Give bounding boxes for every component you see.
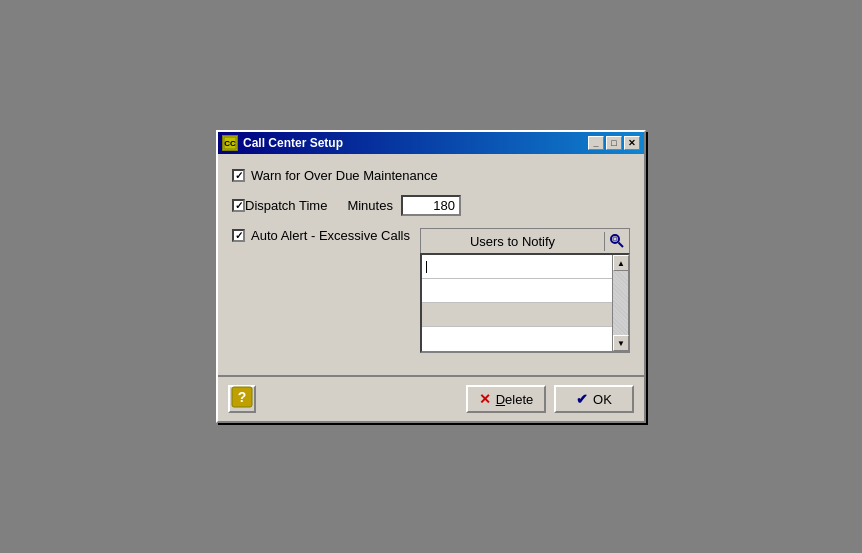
delete-x-icon: ✕ [479,391,491,407]
delete-label: Delete [496,392,534,407]
text-cursor [426,261,427,273]
checkbox-warn[interactable] [232,169,245,182]
user-row-3[interactable] [422,303,612,327]
minimize-button[interactable]: _ [588,136,604,150]
alert-left: Auto Alert - Excessive Calls [232,228,410,243]
checkbox-dispatch[interactable] [232,199,245,212]
checkbox-area-dispatch: Dispatch Time Minutes [232,195,461,216]
user-row-2[interactable] [422,279,612,303]
row-alert: Auto Alert - Excessive Calls Users to No… [232,228,630,353]
dispatch-time-input[interactable] [401,195,461,216]
users-table-area: Users to Notify [420,228,630,353]
content-area: Warn for Over Due Maintenance Dispatch T… [218,154,644,375]
user-row-4[interactable] [422,327,612,351]
svg-text:?: ? [238,389,247,405]
row-dispatch: Dispatch Time Minutes [232,195,630,216]
label-dispatch: Dispatch Time [245,198,327,213]
scroll-up-button[interactable]: ▲ [613,255,629,271]
svg-point-4 [613,237,617,241]
users-header-label: Users to Notify [421,232,605,251]
scrollbar: ▲ ▼ [612,255,628,351]
checkbox-area-warn: Warn for Over Due Maintenance [232,168,438,183]
label-minutes: Minutes [347,198,393,213]
svg-text:CC: CC [224,139,236,148]
main-window: CC Call Center Setup _ □ ✕ Warn for Over… [216,130,646,423]
label-alert: Auto Alert - Excessive Calls [251,228,410,243]
footer-buttons: ✕ Delete ✔ OK [466,385,634,413]
users-list [422,255,612,351]
window-icon: CC [222,135,238,151]
title-buttons: _ □ ✕ [588,136,640,150]
question-icon: ? [231,386,253,408]
title-bar: CC Call Center Setup _ □ ✕ [218,132,644,154]
search-icon [609,233,625,249]
users-list-container: ▲ ▼ [420,253,630,353]
svg-point-2 [611,235,619,243]
alert-content: Auto Alert - Excessive Calls Users to No… [232,228,630,353]
help-button[interactable]: ? [228,385,256,413]
user-row-1[interactable] [422,255,612,279]
label-warn: Warn for Over Due Maintenance [251,168,438,183]
scroll-track[interactable] [613,271,628,335]
footer: ? ✕ Delete ✔ OK [218,375,644,421]
scroll-down-button[interactable]: ▼ [613,335,629,351]
title-bar-left: CC Call Center Setup [222,135,343,151]
ok-check-icon: ✔ [576,391,588,407]
users-header: Users to Notify [420,228,630,253]
checkbox-alert[interactable] [232,229,245,242]
ok-label: OK [593,392,612,407]
close-button[interactable]: ✕ [624,136,640,150]
delete-button[interactable]: ✕ Delete [466,385,546,413]
row-warn: Warn for Over Due Maintenance [232,168,630,183]
window-title: Call Center Setup [243,136,343,150]
help-icon: ? [231,386,253,413]
maximize-button[interactable]: □ [606,136,622,150]
svg-line-3 [619,243,624,248]
ok-button[interactable]: ✔ OK [554,385,634,413]
search-button[interactable] [605,229,629,253]
